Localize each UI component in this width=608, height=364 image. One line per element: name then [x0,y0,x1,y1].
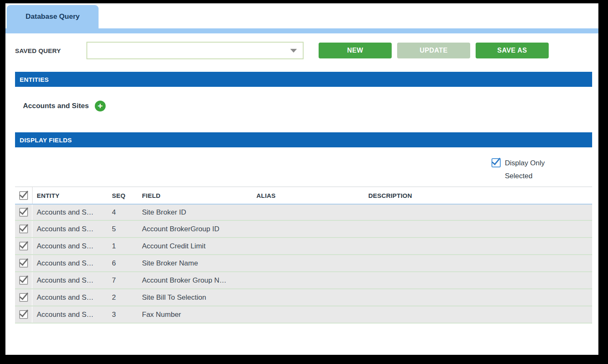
cell-seq: 5 [109,225,138,233]
row-checkbox[interactable] [19,293,28,302]
row-checkbox-cell [15,238,33,254]
tab-label: Database Query [25,13,79,21]
column-header-description[interactable]: DESCRIPTION [366,192,592,199]
cell-field: Account BrokerGroup ID [138,225,253,233]
cell-entity: Accounts and S… [33,242,109,250]
saved-query-label: SAVED QUERY [15,47,86,54]
cell-field: Account Credit Limit [138,242,253,250]
row-checkbox[interactable] [19,225,28,233]
chevron-down-icon [290,49,297,53]
display-fields-section-header: DISPLAY FIELDS [15,132,592,147]
row-checkbox-cell [15,221,33,237]
cell-entity: Accounts and S… [33,311,109,319]
display-only-selected-label: Display Only Selected [505,157,554,182]
cell-seq: 1 [109,242,138,250]
table-header-row: ENTITY SEQ FIELD ALIAS DESCRIPTION [15,187,592,204]
saved-query-select[interactable] [86,42,304,59]
tab-database-query[interactable]: Database Query [7,5,99,28]
column-header-seq[interactable]: SEQ [109,192,138,199]
entity-name: Accounts and Sites [23,102,89,110]
display-fields-section-title: DISPLAY FIELDS [20,136,72,144]
table-header-checkbox-cell [15,187,33,204]
table-row[interactable]: Accounts and S… 3 Fax Number [15,306,592,324]
column-header-field[interactable]: FIELD [138,192,253,199]
row-checkbox[interactable] [19,276,28,285]
cell-field: Site Broker ID [138,208,253,217]
row-checkbox-cell [15,205,33,220]
display-only-selected-checkbox[interactable] [491,158,501,167]
add-entity-plus-icon[interactable]: + [95,101,106,111]
cell-seq: 3 [109,311,138,319]
cell-field: Fax Number [138,311,253,319]
entities-section-header: ENTITIES [15,72,592,87]
cell-entity: Accounts and S… [33,293,109,302]
tab-underline-bar [5,28,598,33]
table-row[interactable]: Accounts and S… 5 Account BrokerGroup ID [15,221,592,238]
cell-entity: Accounts and S… [33,225,109,233]
select-all-checkbox[interactable] [19,191,28,200]
row-checkbox-cell [15,306,33,323]
row-checkbox[interactable] [19,310,28,319]
update-button[interactable]: UPDATE [397,43,470,58]
cell-seq: 7 [109,276,138,285]
display-only-row: Display Only Selected [491,158,592,182]
save-as-button[interactable]: SAVE AS [476,43,549,58]
table-row[interactable]: Accounts and S… 6 Site Broker Name [15,255,592,272]
entities-section-title: ENTITIES [20,76,49,83]
new-button[interactable]: NEW [319,43,392,58]
cell-seq: 4 [109,208,138,217]
cell-field: Site Bill To Selection [138,293,253,302]
cell-field: Account Broker Group N… [138,276,253,285]
table-row[interactable]: Accounts and S… 7 Account Broker Group N… [15,272,592,289]
row-checkbox-cell [15,272,33,288]
main-panel: SAVED QUERY NEW UPDATE SAVE AS ENTITIES … [5,42,598,324]
display-fields-table: ENTITY SEQ FIELD ALIAS DESCRIPTION Accou… [15,187,592,324]
cell-entity: Accounts and S… [33,276,109,285]
table-row[interactable]: Accounts and S… 2 Site Bill To Selection [15,289,592,306]
table-body: Accounts and S… 4 Site Broker ID Account… [15,204,592,324]
row-checkbox-cell [15,289,33,306]
table-row[interactable]: Accounts and S… 1 Account Credit Limit [15,238,592,255]
window: Database Query SAVED QUERY NEW UPDATE SA… [5,3,598,355]
cell-entity: Accounts and S… [33,259,109,268]
column-header-alias[interactable]: ALIAS [253,192,366,199]
row-checkbox[interactable] [19,242,28,250]
cell-seq: 2 [109,293,138,302]
row-checkbox[interactable] [19,208,28,217]
row-checkbox[interactable] [19,259,28,268]
tab-strip: Database Query [5,3,598,28]
cell-entity: Accounts and S… [33,208,109,217]
table-row[interactable]: Accounts and S… 4 Site Broker ID [15,204,592,221]
row-checkbox-cell [15,255,33,271]
column-header-entity[interactable]: ENTITY [33,192,109,199]
cell-field: Site Broker Name [138,259,253,268]
saved-query-row: SAVED QUERY NEW UPDATE SAVE AS [15,42,592,59]
cell-seq: 6 [109,259,138,268]
entity-row: Accounts and Sites + [15,100,592,112]
